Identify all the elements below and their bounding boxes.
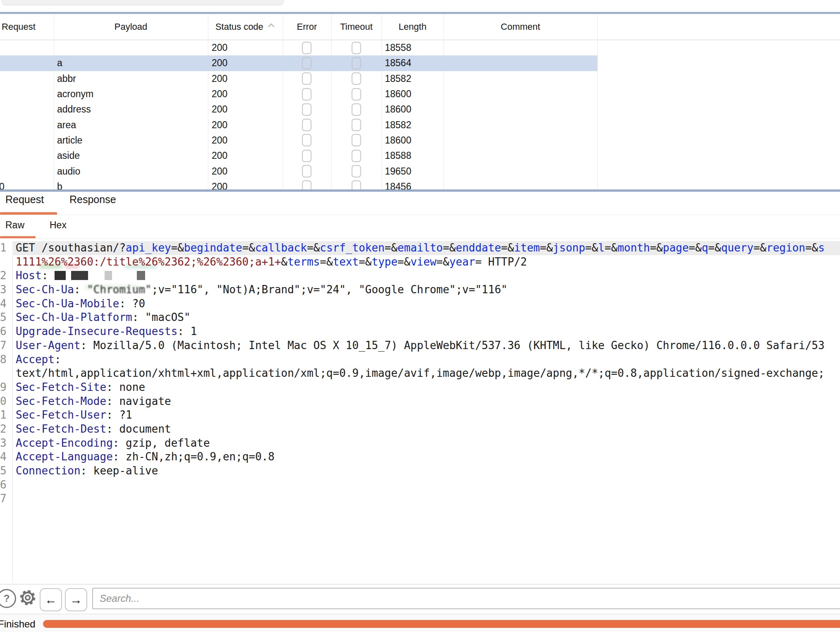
- previous-match-button[interactable]: ←: [40, 588, 62, 611]
- tab-hex[interactable]: Hex: [50, 220, 67, 231]
- param-name: query: [721, 242, 753, 254]
- cell-payload: area: [57, 117, 206, 132]
- tab-request[interactable]: Request: [5, 194, 44, 206]
- result-row[interactable]: 20018558: [0, 40, 597, 55]
- result-row[interactable]: abbr20018582: [0, 71, 597, 86]
- search-input[interactable]: [92, 588, 840, 609]
- cell-status-code: 200: [212, 102, 280, 117]
- help-icon[interactable]: ?: [0, 589, 16, 608]
- error-checkbox[interactable]: [302, 42, 312, 54]
- plain-text: =&: [359, 256, 372, 268]
- cell-request: 0: [0, 179, 12, 189]
- line-content: Sec-Fetch-User: ?1: [16, 408, 132, 422]
- column-header-length[interactable]: Length: [382, 14, 444, 40]
- next-match-button[interactable]: →: [65, 588, 87, 611]
- intruder-results-window: g ▾ Request Payload Status code Error Ti…: [0, 0, 840, 632]
- result-row[interactable]: address20018600: [0, 102, 597, 117]
- cell-length: 18558: [385, 40, 443, 55]
- result-row[interactable]: 0b20018456: [0, 179, 597, 189]
- cell-status-code: 200: [212, 40, 280, 55]
- cell-status-code: 200: [212, 86, 280, 102]
- request-line: 2Sec-Fetch-Dest: document: [0, 422, 840, 436]
- line-content: User-Agent: Mozilla/5.0 (Macintosh; Inte…: [16, 339, 825, 353]
- param-name: view: [410, 256, 437, 268]
- cell-status-code: 200: [212, 148, 280, 163]
- column-header-status-code[interactable]: Status code: [208, 14, 283, 40]
- result-row[interactable]: aside20018588: [0, 148, 597, 163]
- cell-payload: b: [57, 179, 206, 189]
- param-name: l: [598, 242, 605, 254]
- timeout-checkbox[interactable]: [352, 180, 361, 189]
- timeout-checkbox[interactable]: [352, 57, 361, 69]
- result-row[interactable]: acronym20018600: [0, 86, 597, 102]
- plain-text: &: [281, 256, 288, 268]
- tab-raw[interactable]: Raw: [5, 220, 24, 231]
- column-header-request[interactable]: Request: [0, 14, 54, 40]
- error-checkbox[interactable]: [302, 150, 312, 162]
- line-number: 7: [0, 339, 6, 353]
- cell-length: 18582: [385, 71, 443, 86]
- error-checkbox[interactable]: [302, 72, 312, 85]
- timeout-checkbox[interactable]: [352, 72, 361, 85]
- arrow-left-icon: ←: [45, 593, 57, 607]
- column-header-timeout[interactable]: Timeout: [331, 14, 382, 40]
- timeout-checkbox[interactable]: [352, 150, 361, 162]
- status-code-label: Status code: [215, 22, 263, 32]
- cell-comment: [447, 86, 596, 102]
- error-checkbox[interactable]: [302, 119, 312, 131]
- line-content: Accept:: [16, 353, 61, 367]
- column-header-comment[interactable]: Comment: [444, 14, 597, 40]
- result-row[interactable]: article20018600: [0, 133, 597, 148]
- column-header-payload[interactable]: Payload: [54, 14, 208, 40]
- timeout-checkbox[interactable]: [352, 119, 361, 131]
- error-checkbox[interactable]: [302, 57, 312, 69]
- param-name: begindate: [184, 242, 242, 254]
- error-checkbox[interactable]: [302, 88, 312, 101]
- header-name: Accept: [16, 353, 55, 366]
- param-name: enddate: [456, 242, 501, 254]
- request-line: 5Sec-Ch-Ua-Platform: "macOS": [0, 311, 840, 325]
- plain-text: : Mozilla/5.0 (Macintosh; Intel Mac OS X…: [81, 339, 825, 352]
- timeout-checkbox[interactable]: [352, 42, 361, 54]
- timeout-checkbox[interactable]: [352, 103, 361, 116]
- line-number: 6: [0, 478, 6, 492]
- plain-text: : navigate: [106, 395, 171, 407]
- cell-payload: aside: [57, 148, 206, 163]
- cell-length: 18600: [385, 86, 443, 102]
- result-row[interactable]: audio20019650: [0, 163, 597, 179]
- cell-request: [0, 102, 12, 117]
- line-number: 4: [0, 297, 6, 311]
- timeout-checkbox[interactable]: [352, 88, 361, 101]
- result-row[interactable]: area20018582: [0, 117, 597, 132]
- raw-request-view[interactable]: 1GET /southasian/?api_key=&begindate=&ca…: [0, 241, 840, 506]
- cell-request: [0, 40, 12, 55]
- request-line: 4Sec-Ch-Ua-Mobile: ?0: [0, 297, 840, 311]
- error-checkbox[interactable]: [302, 180, 312, 189]
- plain-text: : 1: [177, 325, 197, 338]
- param-name: region: [766, 242, 805, 254]
- error-checkbox[interactable]: [302, 103, 312, 116]
- result-row[interactable]: a20018564: [0, 55, 597, 71]
- line-content: Connection: keep-alive: [16, 464, 158, 478]
- error-checkbox[interactable]: [302, 165, 312, 177]
- timeout-checkbox[interactable]: [352, 165, 361, 177]
- view-bar-divider: [0, 238, 840, 239]
- cell-length: 18582: [385, 117, 443, 132]
- plain-text: =&: [805, 242, 818, 254]
- plain-text: =&: [540, 242, 553, 254]
- column-header-error[interactable]: Error: [283, 14, 331, 40]
- gear-icon[interactable]: [18, 588, 37, 607]
- request-line: 5Connection: keep-alive: [0, 464, 840, 478]
- error-checkbox[interactable]: [302, 134, 312, 146]
- line-content: 1111%26%2360:/title%26%2362;%26%2360;a+1…: [16, 255, 527, 269]
- cell-length: 18600: [385, 102, 443, 117]
- plain-text: =&: [708, 242, 721, 254]
- line-number: 3: [0, 436, 6, 450]
- param-name: q: [702, 242, 708, 254]
- redacted-block: [55, 271, 66, 280]
- request-line: 0Sec-Fetch-Mode: navigate: [0, 395, 840, 409]
- tab-response[interactable]: Response: [69, 194, 116, 206]
- param-name: year: [449, 256, 475, 268]
- pane-splitter-middle[interactable]: [0, 189, 840, 192]
- timeout-checkbox[interactable]: [352, 134, 361, 146]
